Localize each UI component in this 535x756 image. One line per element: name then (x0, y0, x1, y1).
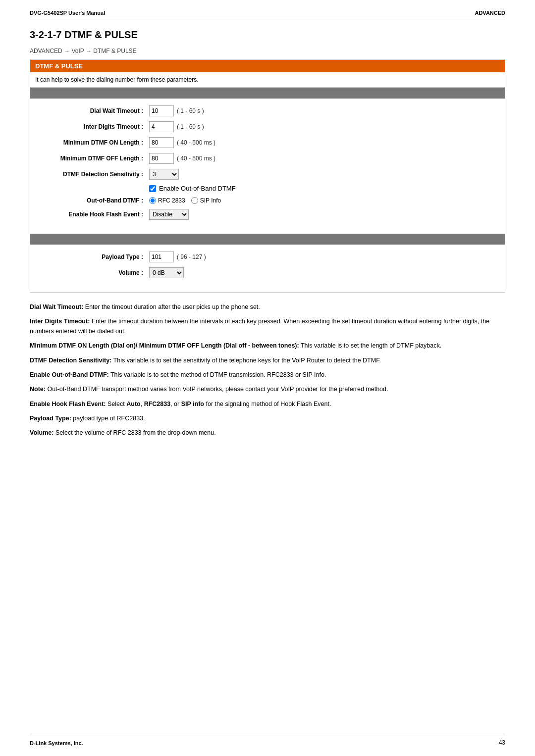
desc-dial-wait-bold: Dial Wait Timeout: (30, 303, 83, 310)
desc-note-text: Out-of-Band DTMF transport method varies… (47, 386, 388, 393)
min-dtmf-on-controls: ( 40 - 500 ms ) (149, 137, 215, 148)
volume-label: Volume : (50, 269, 149, 276)
panel-section-bar-bottom (30, 234, 505, 245)
panel-header: DTMF & PULSE (30, 60, 505, 72)
min-dtmf-on-range: ( 40 - 500 ms ) (177, 139, 215, 146)
dtmf-panel: DTMF & PULSE It can help to solve the di… (30, 59, 505, 293)
dial-wait-timeout-input[interactable] (149, 105, 174, 116)
page-header: DVG-G5402SP User's Manual ADVANCED (30, 10, 505, 19)
inter-digits-timeout-row: Inter Digits Timeout : ( 1 - 60 s ) (50, 121, 485, 132)
min-dtmf-off-controls: ( 40 - 500 ms ) (149, 153, 215, 164)
desc-inter-digits: Inter Digits Timeout: Enter the timeout … (30, 317, 505, 336)
rfc2833-label: RFC 2833 (158, 197, 185, 204)
desc-dtmf-length: Minimum DTMF ON Length (Dial on)/ Minimu… (30, 341, 505, 351)
oob-dtmf-label: Out-of-Band DTMF : (50, 197, 149, 204)
desc-inter-digits-bold: Inter Digits Timeout: (30, 318, 90, 325)
volume-controls: 0 dB -3 dB -6 dB +3 dB +6 dB (149, 267, 184, 278)
sip-info-label: SIP Info (200, 197, 221, 204)
dial-wait-timeout-controls: ( 1 - 60 s ) (149, 105, 204, 116)
panel-section-bar-top (30, 88, 505, 99)
panel-body-top: Dial Wait Timeout : ( 1 - 60 s ) Inter D… (30, 99, 505, 234)
sip-info-radio[interactable] (191, 197, 198, 204)
desc-volume: Volume: Select the volume of RFC 2833 fr… (30, 428, 505, 438)
rfc2833-radio[interactable] (149, 197, 156, 204)
desc-dtmf-sensitivity-text: This variable is to set the sensitivity … (113, 357, 381, 364)
rfc2833-option[interactable]: RFC 2833 (149, 197, 185, 204)
desc-payload-type: Payload Type: payload type of RFC2833. (30, 414, 505, 423)
desc-dtmf-sensitivity: DTMF Detection Sensitivity: This variabl… (30, 356, 505, 365)
desc-dtmf-length-text: This variable is to set the length of DT… (301, 342, 441, 349)
desc-hook-flash: Enable Hook Flash Event: Select Auto, RF… (30, 400, 505, 409)
min-dtmf-off-range: ( 40 - 500 ms ) (177, 155, 215, 162)
desc-note: Note: Out-of-Band DTMF transport method … (30, 385, 505, 394)
desc-note-bold: Note: (30, 386, 46, 393)
min-dtmf-on-label: Minimum DTMF ON Length : (50, 139, 149, 146)
page-footer: D-Link Systems, Inc. 43 (30, 736, 505, 746)
hook-flash-row: Enable Hook Flash Event : Disable Auto R… (50, 209, 485, 220)
inter-digits-timeout-controls: ( 1 - 60 s ) (149, 121, 204, 132)
page: DVG-G5402SP User's Manual ADVANCED 3-2-1… (0, 0, 535, 756)
min-dtmf-off-input[interactable] (149, 153, 174, 164)
company-name: D-Link Systems, Inc. (30, 740, 83, 746)
desc-enable-oob-text: This variable is to set the method of DT… (110, 371, 326, 378)
payload-type-row: Payload Type : ( 96 - 127 ) (50, 252, 485, 262)
payload-type-label: Payload Type : (50, 253, 149, 260)
breadcrumb: ADVANCED → VoIP → DTMF & PULSE (30, 48, 505, 54)
dtmf-sensitivity-select[interactable]: 1 2 3 4 5 (149, 169, 179, 180)
inter-digits-timeout-label: Inter Digits Timeout : (50, 123, 149, 130)
hook-flash-select[interactable]: Disable Auto RFC2833 SIP info (149, 209, 189, 220)
enable-oob-row: Enable Out-of-Band DTMF (50, 185, 485, 192)
volume-select[interactable]: 0 dB -3 dB -6 dB +3 dB +6 dB (149, 267, 184, 278)
desc-hook-flash-bold: Enable Hook Flash Event: (30, 401, 106, 407)
footer-company: D-Link Systems, Inc. (30, 740, 83, 746)
desc-enable-oob: Enable Out-of-Band DTMF: This variable i… (30, 370, 505, 380)
payload-type-controls: ( 96 - 127 ) (149, 252, 206, 262)
descriptions-section: Dial Wait Timeout: Enter the timeout dur… (30, 302, 505, 438)
dial-wait-timeout-label: Dial Wait Timeout : (50, 107, 149, 114)
enable-oob-label: Enable Out-of-Band DTMF (159, 185, 236, 192)
panel-body-bottom: Payload Type : ( 96 - 127 ) Volume : 0 d… (30, 245, 505, 292)
manual-title: DVG-G5402SP User's Manual (30, 10, 105, 16)
desc-hook-flash-text: Select Auto, RFC2833, or SIP info for th… (107, 401, 331, 407)
inter-digits-timeout-range: ( 1 - 60 s ) (177, 123, 204, 130)
desc-volume-bold: Volume: (30, 429, 54, 436)
desc-dtmf-sensitivity-bold: DTMF Detection Sensitivity: (30, 357, 111, 364)
dtmf-sensitivity-label: DTMF Detection Sensitivity : (50, 171, 149, 178)
desc-inter-digits-text: Enter the timeout duration between the i… (30, 318, 489, 334)
desc-dial-wait: Dial Wait Timeout: Enter the timeout dur… (30, 302, 505, 312)
min-dtmf-off-label: Minimum DTMF OFF Length : (50, 155, 149, 162)
desc-payload-type-text: payload type of RFC2833. (73, 415, 145, 422)
min-dtmf-off-row: Minimum DTMF OFF Length : ( 40 - 500 ms … (50, 153, 485, 164)
desc-payload-type-bold: Payload Type: (30, 415, 71, 422)
dial-wait-timeout-row: Dial Wait Timeout : ( 1 - 60 s ) (50, 105, 485, 116)
volume-row: Volume : 0 dB -3 dB -6 dB +3 dB +6 dB (50, 267, 485, 278)
min-dtmf-on-row: Minimum DTMF ON Length : ( 40 - 500 ms ) (50, 137, 485, 148)
hook-flash-label: Enable Hook Flash Event : (50, 211, 149, 218)
footer-page: 43 (499, 739, 505, 746)
dtmf-sensitivity-controls: 1 2 3 4 5 (149, 169, 179, 180)
section-label: ADVANCED (475, 10, 505, 16)
payload-type-input[interactable] (149, 252, 174, 262)
payload-type-range: ( 96 - 127 ) (177, 253, 206, 260)
sip-info-option[interactable]: SIP Info (191, 197, 221, 204)
desc-volume-text: Select the volume of RFC 2833 from the d… (55, 429, 216, 436)
desc-dial-wait-text: Enter the timeout duration after the use… (85, 303, 260, 310)
oob-dtmf-controls: RFC 2833 SIP Info (149, 197, 221, 204)
inter-digits-timeout-input[interactable] (149, 121, 174, 132)
desc-dtmf-length-bold: Minimum DTMF ON Length (Dial on)/ Minimu… (30, 342, 299, 349)
dial-wait-timeout-range: ( 1 - 60 s ) (177, 107, 204, 114)
page-title: 3-2-1-7 DTMF & PULSE (30, 29, 505, 41)
panel-description: It can help to solve the dialing number … (30, 72, 505, 88)
dtmf-sensitivity-row: DTMF Detection Sensitivity : 1 2 3 4 5 (50, 169, 485, 180)
desc-enable-oob-bold: Enable Out-of-Band DTMF: (30, 371, 109, 378)
min-dtmf-on-input[interactable] (149, 137, 174, 148)
enable-oob-checkbox[interactable] (149, 185, 156, 192)
oob-dtmf-row: Out-of-Band DTMF : RFC 2833 SIP Info (50, 197, 485, 204)
hook-flash-controls: Disable Auto RFC2833 SIP info (149, 209, 189, 220)
